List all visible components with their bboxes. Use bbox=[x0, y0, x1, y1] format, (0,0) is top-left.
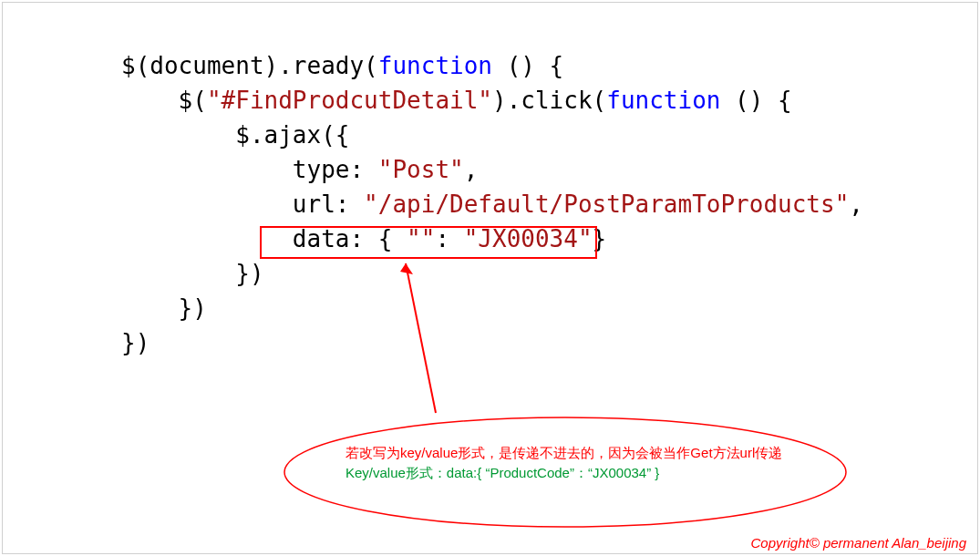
code-text: url: bbox=[121, 190, 364, 218]
code-text: : bbox=[435, 225, 463, 252]
code-text: , bbox=[849, 190, 863, 218]
note-green-text: Key/value形式：data:{ “ProductCode”：“JX0003… bbox=[346, 463, 820, 483]
string: "JX00034" bbox=[464, 225, 593, 252]
code-text: type: bbox=[121, 156, 378, 183]
copyright-text: Copyright© permanent Alan_beijing bbox=[751, 535, 966, 551]
keyword: function bbox=[378, 52, 492, 79]
string: "Post" bbox=[378, 156, 464, 183]
code-text: }) bbox=[121, 329, 150, 356]
code-text: , bbox=[464, 156, 479, 183]
code-text: ).click( bbox=[492, 87, 606, 114]
code-text: } bbox=[593, 225, 607, 252]
code-text: $(document).ready( bbox=[121, 52, 378, 79]
code-text: $( bbox=[121, 87, 207, 114]
string: "/api/Default/PostParamToProducts" bbox=[364, 190, 849, 218]
code-block: $(document).ready(function () { $("#Find… bbox=[121, 48, 863, 360]
note-red-text: 若改写为key/value形式，是传递不进去的，因为会被当作Get方法url传递 bbox=[346, 443, 820, 463]
code-text: () { bbox=[492, 52, 563, 79]
code-text: }) bbox=[121, 260, 264, 287]
string: "" bbox=[407, 225, 435, 252]
annotation-note: 若改写为key/value形式，是传递不进去的，因为会被当作Get方法url传递… bbox=[346, 443, 820, 483]
document-frame: $(document).ready(function () { $("#Find… bbox=[2, 2, 978, 554]
string: "#FindProdcutDetail" bbox=[207, 87, 492, 114]
code-text: () { bbox=[720, 87, 791, 114]
keyword: function bbox=[606, 87, 720, 114]
code-text: data: { bbox=[121, 225, 407, 252]
code-text: $.ajax({ bbox=[121, 121, 349, 149]
code-text: }) bbox=[121, 294, 207, 322]
